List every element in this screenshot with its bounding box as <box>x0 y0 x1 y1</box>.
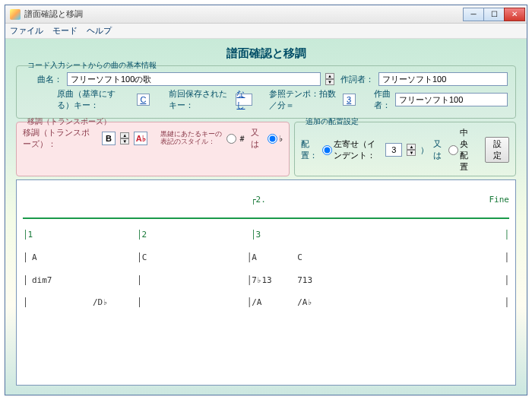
chevron-up-icon[interactable]: ▲ <box>120 132 129 138</box>
tempo-value: 3 <box>343 94 356 106</box>
lyricist-input[interactable] <box>378 72 508 86</box>
song-label: 曲名： <box>24 74 62 85</box>
left-align-radio[interactable]: 左寄せ（インデント： <box>322 138 381 161</box>
titlebar: 譜面確認と移調 ─ ☐ ✕ <box>5 5 527 24</box>
score-view[interactable]: ┌2.Fine │1│2│3│ │A│C│AC│ │dim7││7♭13713│… <box>16 179 516 386</box>
chord-r3c3: /A <box>252 297 297 309</box>
indent-input[interactable] <box>385 143 402 157</box>
sharp-radio[interactable]: ＃ <box>226 133 246 144</box>
apply-button[interactable]: 設定 <box>485 137 509 163</box>
chord-r3c1: /D♭ <box>93 297 137 309</box>
chord-r1c3: A <box>252 252 297 264</box>
composer-input[interactable] <box>395 93 508 106</box>
bar-1: │1 <box>23 230 137 241</box>
lyricist-label: 作詞者： <box>339 74 374 85</box>
bar-end: │ <box>365 230 509 241</box>
chord-r1c2: C <box>142 252 188 264</box>
close-button[interactable]: ✕ <box>504 8 525 21</box>
song-input[interactable] <box>67 72 321 86</box>
chevron-up-icon[interactable]: ▲ <box>325 73 334 79</box>
window-title: 譜面確認と移調 <box>24 8 464 20</box>
transpose-key-2[interactable]: A♭ <box>134 132 147 145</box>
chord-r3c4: /A♭ <box>297 297 343 309</box>
saved-key-label: 前回保存されたキー： <box>169 88 231 111</box>
transpose-spinner[interactable]: ▲ ▼ <box>120 132 129 144</box>
menu-mode[interactable]: モード <box>52 25 78 37</box>
transpose-or: 又は <box>251 127 263 150</box>
chord-r1c1: A <box>32 252 78 264</box>
chord-r2c3: 7♭13 <box>252 275 297 287</box>
chevron-down-icon[interactable]: ▼ <box>325 79 334 85</box>
transpose-legend: 移調（トランスポーズ） <box>24 116 114 127</box>
menu-file[interactable]: ファイル <box>10 25 43 37</box>
score-rule <box>23 217 509 219</box>
transpose-label: 移調（トランスポーズ）： <box>23 127 97 150</box>
maximize-button[interactable]: ☐ <box>483 8 505 21</box>
chevron-up-icon[interactable]: ▲ <box>407 144 416 150</box>
orig-key-label: 原曲（基準にする）キー： <box>57 88 132 111</box>
content-area: 譜面確認と移調 コード入力シートからの曲の基本情報 曲名： ▲ ▼ 作詞者： 原… <box>5 39 527 395</box>
page-title: 譜面確認と移調 <box>16 46 516 61</box>
score-fine: Fine <box>448 195 509 206</box>
style-label: 黒鍵にあたるキーの 表記のスタイル： <box>160 131 222 146</box>
chord-r2c1: dim7 <box>32 275 78 287</box>
layout-panel: 追加の配置設定 配置： 左寄せ（インデント： ▲ ▼ ） 又は 中央配置 設定 <box>294 122 516 176</box>
saved-key-value: なし <box>236 94 252 106</box>
minimize-button[interactable]: ─ <box>463 8 484 21</box>
bar-2: │2 <box>137 230 251 241</box>
chord-r2c4: 713 <box>297 275 343 287</box>
chevron-down-icon[interactable]: ▼ <box>407 150 416 156</box>
window-buttons: ─ ☐ ✕ <box>464 8 525 21</box>
composer-label: 作曲者： <box>365 88 391 111</box>
app-window: 譜面確認と移調 ─ ☐ ✕ ファイル モード ヘルプ 譜面確認と移調 コード入力… <box>5 5 527 395</box>
app-icon <box>10 9 21 20</box>
chevron-down-icon[interactable]: ▼ <box>120 138 129 144</box>
transpose-key-1[interactable]: B <box>102 132 116 145</box>
layout-label: 配置： <box>301 138 318 161</box>
indent-spinner[interactable]: ▲ ▼ <box>407 144 416 156</box>
basic-info-group: コード入力シートからの曲の基本情報 曲名： ▲ ▼ 作詞者： 原曲（基準にする）… <box>16 65 516 119</box>
tempo-label: 参照テンポ：拍数／分＝ <box>269 88 337 111</box>
chord-r1c4: C <box>297 252 343 264</box>
score-repeat-mark: ┌2. <box>251 195 266 206</box>
indent-close: ） <box>420 144 429 156</box>
bar-3: │3 <box>251 230 365 241</box>
menubar: ファイル モード ヘルプ <box>5 24 527 39</box>
flat-radio[interactable]: ♭ <box>268 134 283 144</box>
orig-key-value[interactable]: C <box>137 94 150 106</box>
menu-help[interactable]: ヘルプ <box>87 25 112 37</box>
layout-or: 又は <box>433 138 444 161</box>
layout-legend: 追加の配置設定 <box>302 116 362 127</box>
center-align-radio[interactable]: 中央配置 <box>448 127 476 173</box>
song-spinner[interactable]: ▲ ▼ <box>325 73 334 85</box>
transpose-panel: 移調（トランスポーズ） 移調（トランスポーズ）： B ▲ ▼ A♭ 黒鍵にあたる… <box>16 122 290 176</box>
basic-info-legend: コード入力シートからの曲の基本情報 <box>24 60 160 71</box>
